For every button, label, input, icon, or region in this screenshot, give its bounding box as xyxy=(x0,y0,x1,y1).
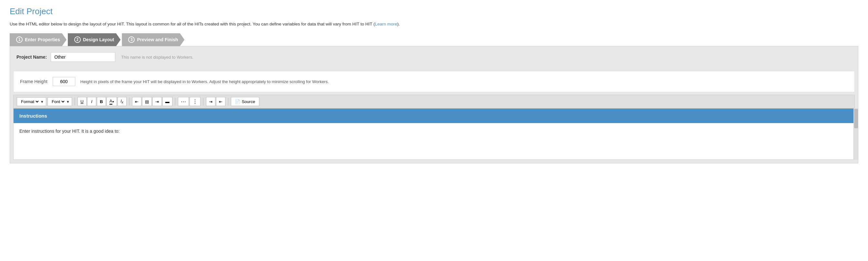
instructions-body-text: Enter instructions for your HIT. It is a… xyxy=(20,128,120,134)
step-design-layout[interactable]: 2 Design Layout xyxy=(68,33,120,46)
history-buttons-group: ⇥ ⇤ xyxy=(206,97,225,106)
italic-icon: I xyxy=(91,99,92,104)
align-right-icon: ⇥ xyxy=(155,99,159,104)
main-panel: Project Name: This name is not displayed… xyxy=(10,46,858,163)
project-name-input[interactable] xyxy=(51,52,115,62)
format-select[interactable]: Format xyxy=(20,99,40,104)
frame-height-label: Frame Height xyxy=(20,79,48,84)
description-before: Use the HTML editor below to design the … xyxy=(10,22,375,27)
font-color-button[interactable]: A ▾ xyxy=(106,97,117,106)
page-title: Edit Project xyxy=(10,6,858,16)
toolbar-sep-2 xyxy=(129,98,129,105)
editor-toolbar: Format ▾ Font ▾ U I B A ▾ Ix xyxy=(13,95,855,108)
format-chevron-icon: ▾ xyxy=(41,99,43,104)
step-enter-properties[interactable]: 1 Enter Properties xyxy=(10,33,66,46)
step-3-label: Preview and Finish xyxy=(137,37,178,42)
align-justify-icon: ▬ xyxy=(165,99,169,104)
undo-button[interactable]: ⇤ xyxy=(216,97,225,106)
toolbar-sep-3 xyxy=(175,98,175,105)
list-buttons-group: ⋯ ⋮ xyxy=(178,97,200,106)
toolbar-sep-5 xyxy=(228,98,228,105)
bold-icon: B xyxy=(100,99,103,104)
source-label: Source xyxy=(242,99,255,104)
steps-bar: 1 Enter Properties 2 Design Layout 3 Pre… xyxy=(10,33,858,46)
italic-button[interactable]: I xyxy=(87,97,96,106)
ordered-list-button[interactable]: ⋯ xyxy=(178,97,189,106)
underline-icon: U xyxy=(81,99,83,104)
frame-height-desc: Height in pixels of the frame your HIT w… xyxy=(81,79,329,84)
align-right-button[interactable]: ⇥ xyxy=(152,97,162,106)
description: Use the HTML editor below to design the … xyxy=(10,21,858,27)
underline-button[interactable]: U xyxy=(78,97,87,106)
step-1-label: Enter Properties xyxy=(25,37,60,42)
frame-height-input[interactable] xyxy=(53,77,75,86)
project-name-row: Project Name: This name is not displayed… xyxy=(10,46,858,68)
step-2-label: Design Layout xyxy=(83,37,114,42)
scrollbar-track[interactable] xyxy=(854,108,858,160)
bold-button[interactable]: B xyxy=(97,97,106,106)
clear-format-icon: Ix xyxy=(121,99,123,104)
step-1-num: 1 xyxy=(16,36,23,43)
font-chevron-icon: ▾ xyxy=(67,99,69,104)
redo-icon: ⇥ xyxy=(209,99,213,104)
align-left-icon: ⇤ xyxy=(135,99,138,104)
align-buttons-group: ⇤ ▤ ⇥ ▬ xyxy=(132,97,173,106)
frame-height-section: Frame Height Height in pixels of the fra… xyxy=(13,71,855,92)
source-icon: 📄 xyxy=(235,99,240,104)
undo-icon: ⇤ xyxy=(219,99,222,104)
align-left-button[interactable]: ⇤ xyxy=(132,97,142,106)
font-color-dropdown-icon: ▾ xyxy=(113,100,114,104)
align-center-button[interactable]: ▤ xyxy=(142,97,152,106)
page-container: Edit Project Use the HTML editor below t… xyxy=(0,0,868,170)
align-justify-button[interactable]: ▬ xyxy=(162,97,173,106)
project-name-hint: This name is not displayed to Workers. xyxy=(121,55,193,60)
redo-button[interactable]: ⇥ xyxy=(206,97,215,106)
project-name-label: Project Name: xyxy=(17,54,47,60)
step-3-num: 3 xyxy=(128,36,135,43)
toolbar-sep-1 xyxy=(74,98,75,105)
font-color-icon: A xyxy=(110,99,113,105)
toolbar-sep-4 xyxy=(203,98,204,105)
description-after: ). xyxy=(397,22,400,27)
format-dropdown[interactable]: Format ▾ xyxy=(17,97,46,106)
font-select[interactable]: Font xyxy=(51,99,66,104)
font-dropdown[interactable]: Font ▾ xyxy=(48,97,72,106)
align-center-icon: ▤ xyxy=(145,99,149,104)
unordered-list-button[interactable]: ⋮ xyxy=(190,97,200,106)
step-2-num: 2 xyxy=(74,36,81,43)
learn-more-link[interactable]: Learn more xyxy=(375,22,397,27)
editor-content[interactable]: Instructions Enter instructions for your… xyxy=(13,108,855,160)
unordered-list-icon: ⋮ xyxy=(192,99,197,105)
scrollbar-thumb[interactable] xyxy=(854,109,858,128)
ordered-list-icon: ⋯ xyxy=(181,99,186,105)
format-buttons-group: U I B A ▾ Ix xyxy=(78,97,127,106)
editor-instructions-body[interactable]: Enter instructions for your HIT. It is a… xyxy=(13,123,855,139)
step-preview-finish[interactable]: 3 Preview and Finish xyxy=(122,33,184,46)
editor-wrapper: Instructions Enter instructions for your… xyxy=(10,108,858,160)
editor-instructions-header: Instructions xyxy=(13,109,855,123)
source-button[interactable]: 📄 Source xyxy=(231,97,259,106)
clear-format-button[interactable]: Ix xyxy=(118,97,127,106)
